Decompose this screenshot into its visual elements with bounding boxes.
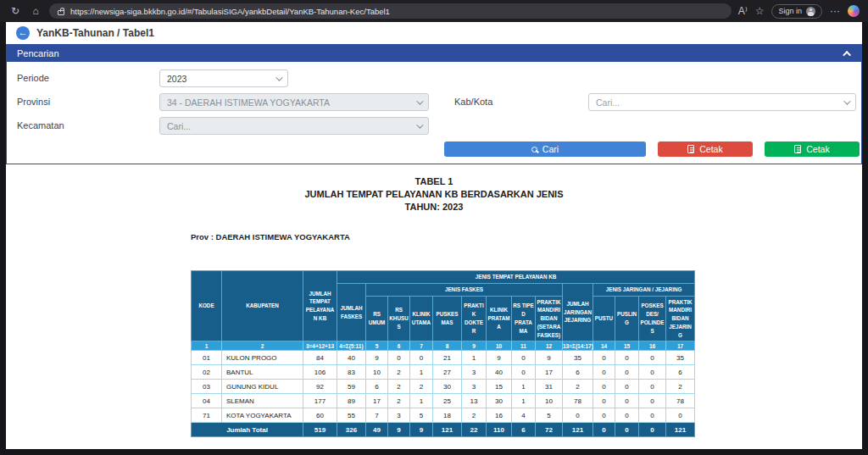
pdf-file-icon [687,145,694,153]
col-header-rs-tipe-d: RS TIPE D PRATAMA [512,296,536,341]
page-content: ← YanKB-Tahunan / Tabel1 Pencarian Perio… [6,22,862,449]
more-menu-icon[interactable]: ··· [830,5,840,17]
numbering-cell: 2 [222,341,303,351]
numbering-cell: 10 [487,341,512,351]
numbering-cell: 3=4+12+13 [303,341,337,351]
numbering-cell: 8 [433,341,462,351]
table-row: 01KULON PROGO84409002119093500035 [192,351,695,365]
table-row: 71KOTA YOGYAKARTA6055735182164500000 [192,408,695,423]
chevron-down-icon [843,97,850,104]
value-cell: 31 [536,380,563,394]
value-cell: 2 [563,380,593,394]
value-cell: 0 [593,365,615,380]
col-header-jumlah-faskes: JUMLAH FASKES [337,283,366,341]
favorites-star-icon[interactable]: ☆ [755,5,765,17]
kabupaten-cell: GUNUNG KIDUL [222,380,303,394]
value-cell: 10 [536,394,563,408]
numbering-cell: 14 [593,341,615,351]
total-value-cell: 0 [639,423,666,437]
search-icon [531,147,537,153]
provinsi-select[interactable]: 34 - DAERAH ISTIMEWA YOGYAKARTA [159,93,429,111]
value-cell: 0 [593,380,615,394]
cari-button[interactable]: Cari [444,141,646,157]
table-row: 03GUNUNG KIDUL92596223031513120002 [192,380,695,394]
col-header-praktik-dokter: PRAKTIK DOKTER [462,296,487,341]
numbering-cell: 6 [388,341,410,351]
value-cell: 59 [337,380,366,394]
value-cell: 27 [433,365,462,380]
value-cell: 78 [666,394,695,408]
value-cell: 0 [563,408,593,423]
refresh-icon[interactable]: ↻ [8,5,22,17]
provinsi-label: Provinsi [17,97,50,107]
chevron-down-icon [275,74,282,80]
search-panel-body: Periode 2023 Provinsi 34 - DAERAH ISTIME… [7,62,861,164]
value-cell: 78 [563,394,593,408]
col-header-poskesdes: POSKESDES/ POLINDES [639,296,666,341]
address-bar[interactable]: https://newsiga-siga.bkkbn.go.id/#/Tabul… [49,3,732,19]
total-value-cell: 9 [388,423,410,437]
read-aloud-icon[interactable]: A⁾ [738,5,748,17]
numbering-cell: 4=Σ(5:11) [337,341,366,351]
value-cell: 13 [462,394,487,408]
kode-cell: 02 [192,365,222,380]
value-cell: 2 [388,394,410,408]
value-cell: 6 [563,365,593,380]
value-cell: 106 [303,365,337,380]
col-header-jumlah-tempat: JUMLAH TEMPAT PELAYANAN KB [303,271,337,341]
value-cell: 1 [462,351,487,365]
browser-titlebar: ↻ ⌂ https://newsiga-siga.bkkbn.go.id/#/T… [0,0,868,22]
kabupaten-cell: SLEMAN [222,394,303,408]
cetak-excel-button[interactable]: Cetak [765,141,860,157]
total-value-cell: 110 [487,423,512,437]
table-body: 01KULON PROGO8440900211909350003502BANTU… [192,351,695,423]
table-row: 04SLEMAN1778917212513301107800078 [192,394,695,408]
numbering-cell: 16 [639,341,666,351]
value-cell: 5 [410,408,433,423]
cetak-pdf-button[interactable]: Cetak [658,141,753,157]
value-cell: 0 [410,351,433,365]
value-cell: 7 [366,408,388,423]
numbering-cell: 9 [462,341,487,351]
numbering-cell: 13=Σ(14:17) [563,341,593,351]
prov-line: Prov : DAERAH ISTIMEWA YOGYAKARTA [191,232,862,241]
kabupaten-cell: BANTUL [222,365,303,380]
search-panel: Pencarian Periode 2023 Provinsi 34 - DAE… [6,44,862,164]
lock-icon[interactable] [58,10,64,15]
value-cell: 0 [593,351,615,365]
value-cell: 0 [639,351,666,365]
search-panel-title: Pencarian [17,48,59,58]
collapse-chevron-icon [843,50,851,58]
value-cell: 0 [593,408,615,423]
value-cell: 16 [487,408,512,423]
value-cell: 17 [366,394,388,408]
value-cell: 92 [303,380,337,394]
back-button[interactable]: ← [16,26,30,40]
search-panel-header[interactable]: Pencarian [7,45,861,62]
value-cell: 40 [337,351,366,365]
kabkota-select[interactable]: Cari... [588,93,856,111]
cetak-excel-label: Cetak [806,144,829,154]
value-cell: 15 [487,380,512,394]
periode-select[interactable]: 2023 [159,69,288,87]
total-value-cell: 121 [433,423,462,437]
kecamatan-select[interactable]: Cari... [159,117,429,135]
numbering-cell: 1 [192,341,222,351]
value-cell: 21 [433,351,462,365]
value-cell: 4 [512,408,536,423]
value-cell: 0 [512,351,536,365]
numbering-row: 123=4+12+134=Σ(5:11)5678910111213=Σ(14:1… [192,341,695,351]
home-icon[interactable]: ⌂ [29,5,42,17]
numbering-cell: 5 [366,341,388,351]
total-value-cell: 121 [563,423,593,437]
col-header-jenis-jaringan: JENIS JARINGAN / JEJARING [593,283,695,296]
header-row-1: KODE KABUPATEN JUMLAH TEMPAT PELAYANAN K… [192,271,695,284]
kode-cell: 04 [192,394,222,408]
value-cell: 0 [615,408,639,423]
copilot-icon[interactable] [848,5,860,17]
sign-in-button[interactable]: Sign in [771,4,822,19]
value-cell: 3 [462,380,487,394]
value-cell: 9 [487,351,512,365]
value-cell: 0 [639,394,666,408]
value-cell: 35 [666,351,695,365]
